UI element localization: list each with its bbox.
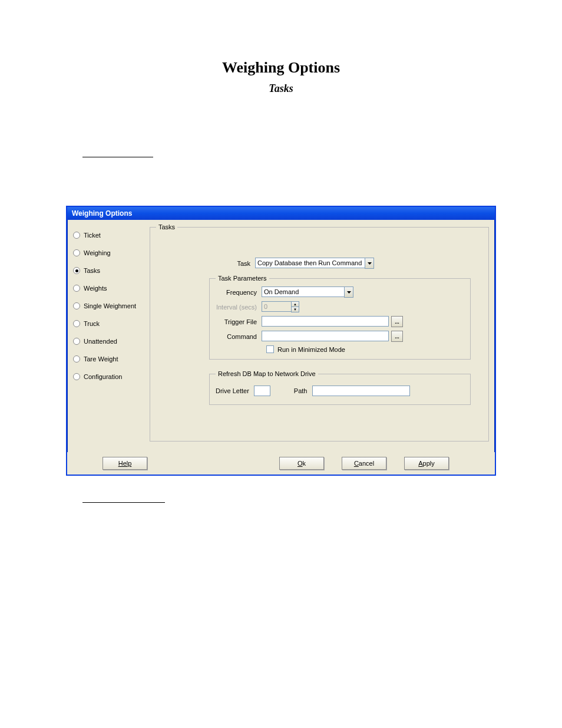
dialog-button-bar: Help Ok Cancel Apply [67, 452, 495, 475]
sidebar-item-label: Unattended [84, 338, 117, 345]
page-title: Weighing Options [35, 59, 527, 77]
run-minimized-label: Run in Minimized Mode [277, 346, 345, 353]
sidebar-item-weights[interactable]: Weights [73, 285, 144, 292]
spinner-down-icon: ▼ [292, 307, 299, 312]
radio-icon [73, 302, 80, 309]
sidebar-item-ticket[interactable]: Ticket [73, 232, 144, 239]
path-label: Path [294, 387, 308, 394]
ok-button[interactable]: Ok [279, 457, 324, 470]
radio-icon [73, 338, 80, 345]
frequency-select-value[interactable] [262, 286, 344, 297]
run-minimized-checkbox[interactable]: Run in Minimized Mode [266, 345, 464, 353]
sidebar-item-label: Tare Weight [84, 355, 118, 363]
svg-marker-0 [368, 262, 372, 265]
apply-button[interactable]: Apply [404, 457, 449, 470]
task-select[interactable] [255, 258, 374, 269]
radio-icon [73, 373, 80, 380]
sidebar-item-label: Tasks [84, 267, 100, 274]
task-parameters-group: Task Parameters Frequency Inter [209, 275, 471, 360]
task-parameters-legend: Task Parameters [216, 275, 269, 282]
sidebar-item-label: Configuration [84, 373, 122, 380]
radio-icon [73, 320, 80, 327]
trigger-file-label: Trigger File [216, 318, 262, 325]
refresh-db-legend: Refresh DB Map to Network Drive [216, 370, 318, 377]
sidebar-item-configuration[interactable]: Configuration [73, 373, 144, 380]
options-sidebar: Ticket Weighing Tasks Weights Single Wei… [67, 220, 147, 452]
svg-marker-1 [347, 291, 351, 294]
sidebar-item-unattended[interactable]: Unattended [73, 338, 144, 345]
sidebar-item-label: Weighing [84, 249, 111, 256]
path-input[interactable] [312, 386, 410, 396]
frequency-select[interactable] [262, 286, 353, 298]
sidebar-item-tasks[interactable]: Tasks [73, 267, 144, 274]
section-underline-top [82, 148, 153, 157]
tasks-group-legend: Tasks [156, 223, 177, 230]
frequency-label: Frequency [216, 289, 262, 296]
radio-icon [73, 232, 80, 239]
sidebar-item-label: Single Weighment [84, 302, 136, 309]
checkbox-icon [266, 345, 274, 353]
radio-icon [73, 267, 80, 274]
sidebar-item-label: Truck [84, 320, 100, 327]
command-browse-button[interactable]: ... [391, 331, 403, 342]
task-label: Task [209, 260, 255, 267]
interval-label: Interval (secs) [216, 304, 262, 311]
interval-spinner: ▲ ▼ [262, 301, 299, 312]
command-input[interactable] [262, 331, 389, 341]
trigger-file-input[interactable] [262, 316, 389, 327]
sidebar-item-weighing[interactable]: Weighing [73, 249, 144, 256]
cancel-button[interactable]: Cancel [342, 457, 386, 470]
help-button[interactable]: Help [103, 457, 147, 470]
task-select-value[interactable] [255, 258, 365, 268]
sidebar-item-label: Ticket [84, 232, 101, 239]
interval-value [262, 301, 291, 312]
drive-letter-label: Drive Letter [216, 387, 249, 394]
chevron-down-icon[interactable] [365, 258, 374, 269]
sidebar-item-single-weighment[interactable]: Single Weighment [73, 302, 144, 309]
page-subtitle: Tasks [35, 83, 527, 95]
spinner-up-icon: ▲ [292, 302, 299, 307]
weighing-options-dialog: Weighing Options Ticket Weighing Tasks [66, 206, 496, 476]
trigger-file-browse-button[interactable]: ... [391, 316, 403, 327]
radio-icon [73, 285, 80, 292]
command-label: Command [216, 333, 262, 340]
tasks-group: Tasks Task Task Parameters [150, 223, 489, 442]
drive-letter-input[interactable] [254, 386, 270, 396]
refresh-db-group: Refresh DB Map to Network Drive Drive Le… [209, 370, 471, 405]
sidebar-item-label: Weights [84, 285, 107, 292]
radio-icon [73, 249, 80, 256]
chevron-down-icon[interactable] [344, 286, 353, 298]
section-underline-bottom [82, 493, 165, 503]
dialog-title: Weighing Options [72, 209, 132, 218]
sidebar-item-tare-weight[interactable]: Tare Weight [73, 355, 144, 363]
sidebar-item-truck[interactable]: Truck [73, 320, 144, 327]
radio-icon [73, 355, 80, 363]
dialog-titlebar: Weighing Options [67, 207, 495, 220]
